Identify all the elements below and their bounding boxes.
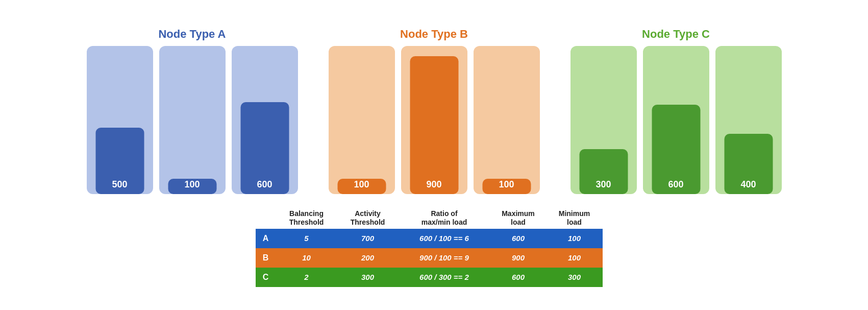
bar-outer-C-0: 300 xyxy=(571,46,637,194)
row-label-C: C xyxy=(256,268,276,287)
cell-C-balancing: 2 xyxy=(276,268,337,287)
cell-C-minload: 300 xyxy=(547,268,603,287)
bar-value-B-0: 100 xyxy=(354,179,369,190)
cell-B-balancing: 10 xyxy=(276,248,337,268)
bar-outer-A-2: 600 xyxy=(232,46,298,194)
bar-outer-B-1: 900 xyxy=(401,46,467,194)
cell-B-ratio: 900 / 100 == 9 xyxy=(399,248,490,268)
node-group-A: Node Type A500100600 xyxy=(87,28,298,194)
cell-B-maxload: 900 xyxy=(490,248,547,268)
main-container: Node Type A500100600Node Type B100900100… xyxy=(0,0,868,310)
bar-value-B-2: 100 xyxy=(499,179,514,190)
bar-outer-B-2: 100 xyxy=(474,46,540,194)
cell-B-minload: 100 xyxy=(547,248,603,268)
cell-A-balancing: 5 xyxy=(276,229,337,248)
node-group-title-A: Node Type A xyxy=(158,28,226,41)
table-area: BalancingThreshold ActivityThreshold Rat… xyxy=(0,209,868,287)
cell-A-ratio: 600 / 100 == 6 xyxy=(399,229,490,248)
col-header-ratio: Ratio ofmax/min load xyxy=(399,209,490,227)
bar-outer-B-0: 100 xyxy=(329,46,395,194)
header-spacer xyxy=(256,209,276,227)
col-header-maxload: Maximumload xyxy=(490,209,547,227)
bar-value-B-1: 900 xyxy=(426,179,441,190)
bar-value-A-0: 500 xyxy=(112,179,127,190)
bar-value-A-1: 100 xyxy=(184,179,200,190)
row-label-A: A xyxy=(256,229,276,248)
cell-A-activity: 700 xyxy=(337,229,399,248)
bar-inner-A-2: 600 xyxy=(240,102,289,194)
bar-inner-B-0: 100 xyxy=(337,179,386,194)
cell-A-minload: 100 xyxy=(547,229,603,248)
bar-value-A-2: 600 xyxy=(257,179,272,190)
node-bars-C: 300600400 xyxy=(571,46,782,194)
cell-C-maxload: 600 xyxy=(490,268,547,287)
bar-inner-A-0: 500 xyxy=(95,128,144,194)
col-header-activity: ActivityThreshold xyxy=(337,209,399,227)
bar-inner-B-1: 900 xyxy=(410,56,458,194)
cell-C-activity: 300 xyxy=(337,268,399,287)
bar-inner-C-0: 300 xyxy=(579,149,628,194)
node-group-C: Node Type C300600400 xyxy=(571,28,782,194)
bar-inner-B-2: 100 xyxy=(482,179,531,194)
node-group-title-C: Node Type C xyxy=(642,28,710,41)
node-bars-A: 500100600 xyxy=(87,46,298,194)
col-header-minload: Minimumload xyxy=(547,209,603,227)
bar-inner-A-1: 100 xyxy=(168,179,216,194)
node-group-B: Node Type B100900100 xyxy=(329,28,540,194)
table-row-A: A5700600 / 100 == 6600100 xyxy=(256,229,613,248)
cell-A-maxload: 600 xyxy=(490,229,547,248)
table-header-row: BalancingThreshold ActivityThreshold Rat… xyxy=(256,209,613,229)
node-bars-B: 100900100 xyxy=(329,46,540,194)
bar-outer-A-0: 500 xyxy=(87,46,153,194)
node-group-title-B: Node Type B xyxy=(400,28,468,41)
bar-outer-A-1: 100 xyxy=(159,46,226,194)
table-row-B: B10200900 / 100 == 9900100 xyxy=(256,248,613,268)
cell-B-activity: 200 xyxy=(337,248,399,268)
row-label-B: B xyxy=(256,248,276,268)
bar-value-C-1: 600 xyxy=(668,179,683,190)
bar-outer-C-2: 400 xyxy=(715,46,782,194)
table-row-C: C2300600 / 300 == 2600300 xyxy=(256,268,613,287)
chart-area: Node Type A500100600Node Type B100900100… xyxy=(0,10,868,194)
cell-C-ratio: 600 / 300 == 2 xyxy=(399,268,490,287)
bar-outer-C-1: 600 xyxy=(643,46,709,194)
bar-value-C-0: 300 xyxy=(596,179,611,190)
table-wrapper: BalancingThreshold ActivityThreshold Rat… xyxy=(256,209,613,287)
bar-inner-C-1: 600 xyxy=(652,105,700,194)
table-data-rows: A5700600 / 100 == 6600100B10200900 / 100… xyxy=(256,229,613,287)
bar-inner-C-2: 400 xyxy=(724,134,773,194)
col-header-balancing: BalancingThreshold xyxy=(276,209,337,227)
bar-value-C-2: 400 xyxy=(740,179,756,190)
